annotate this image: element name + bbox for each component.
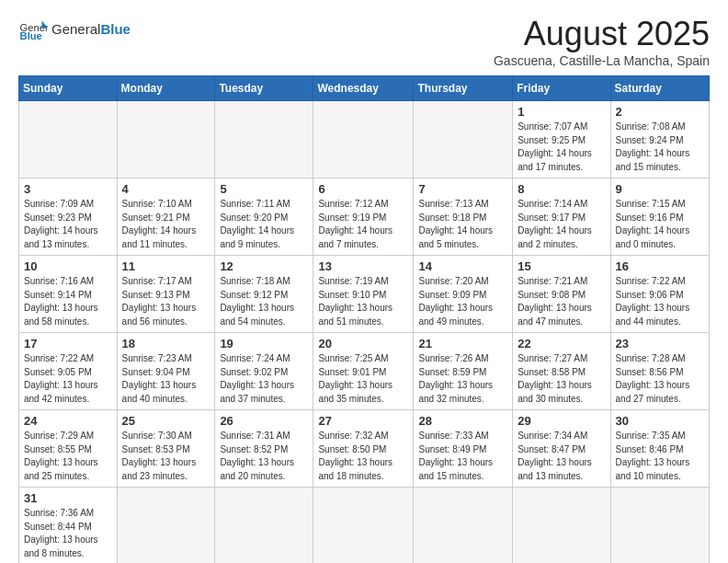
day-info: Sunrise: 7:36 AM Sunset: 8:44 PM Dayligh… xyxy=(24,507,112,560)
day-cell: 23Sunrise: 7:28 AM Sunset: 8:56 PM Dayli… xyxy=(610,333,709,410)
weekday-header-friday: Friday xyxy=(513,76,610,101)
day-cell: 15Sunrise: 7:21 AM Sunset: 9:08 PM Dayli… xyxy=(513,256,610,333)
weekday-header-tuesday: Tuesday xyxy=(215,76,313,101)
day-cell xyxy=(313,488,414,564)
day-cell: 20Sunrise: 7:25 AM Sunset: 9:01 PM Dayli… xyxy=(313,333,414,410)
day-info: Sunrise: 7:30 AM Sunset: 8:53 PM Dayligh… xyxy=(122,430,210,483)
weekday-header-row: SundayMondayTuesdayWednesdayThursdayFrid… xyxy=(19,76,710,101)
day-cell xyxy=(610,488,709,564)
day-number: 7 xyxy=(418,182,507,196)
day-info: Sunrise: 7:26 AM Sunset: 8:59 PM Dayligh… xyxy=(418,352,507,406)
weekday-header-wednesday: Wednesday xyxy=(313,76,414,101)
day-number: 1 xyxy=(518,105,605,119)
day-info: Sunrise: 7:07 AM Sunset: 9:25 PM Dayligh… xyxy=(518,121,605,174)
weekday-header-monday: Monday xyxy=(117,76,215,101)
day-info: Sunrise: 7:31 AM Sunset: 8:52 PM Dayligh… xyxy=(220,430,308,483)
day-info: Sunrise: 7:29 AM Sunset: 8:55 PM Dayligh… xyxy=(24,430,112,483)
day-cell xyxy=(117,101,215,178)
day-cell: 9Sunrise: 7:15 AM Sunset: 9:16 PM Daylig… xyxy=(610,178,709,256)
day-number: 12 xyxy=(220,259,308,273)
day-cell xyxy=(215,101,313,178)
day-cell: 6Sunrise: 7:12 AM Sunset: 9:19 PM Daylig… xyxy=(313,178,414,256)
day-cell: 8Sunrise: 7:14 AM Sunset: 9:17 PM Daylig… xyxy=(513,178,610,256)
day-cell xyxy=(414,488,513,564)
day-info: Sunrise: 7:32 AM Sunset: 8:50 PM Dayligh… xyxy=(318,430,408,483)
day-cell: 7Sunrise: 7:13 AM Sunset: 9:18 PM Daylig… xyxy=(414,178,513,256)
day-cell xyxy=(215,488,313,564)
day-cell: 4Sunrise: 7:10 AM Sunset: 9:21 PM Daylig… xyxy=(117,178,215,256)
day-number: 18 xyxy=(122,337,210,350)
day-number: 9 xyxy=(616,182,704,196)
logo-icon: General Blue xyxy=(18,15,48,44)
day-cell xyxy=(117,488,215,564)
day-info: Sunrise: 7:23 AM Sunset: 9:04 PM Dayligh… xyxy=(122,352,210,406)
day-cell: 18Sunrise: 7:23 AM Sunset: 9:04 PM Dayli… xyxy=(117,333,215,410)
day-number: 30 xyxy=(616,414,704,428)
day-cell xyxy=(313,101,414,178)
day-cell: 28Sunrise: 7:33 AM Sunset: 8:49 PM Dayli… xyxy=(414,410,513,488)
day-info: Sunrise: 7:35 AM Sunset: 8:46 PM Dayligh… xyxy=(616,430,704,483)
day-number: 28 xyxy=(418,414,507,428)
day-cell: 12Sunrise: 7:18 AM Sunset: 9:12 PM Dayli… xyxy=(215,256,313,333)
day-number: 17 xyxy=(24,337,112,350)
day-cell: 30Sunrise: 7:35 AM Sunset: 8:46 PM Dayli… xyxy=(610,410,709,488)
day-info: Sunrise: 7:25 AM Sunset: 9:01 PM Dayligh… xyxy=(318,352,408,406)
day-cell: 16Sunrise: 7:22 AM Sunset: 9:06 PM Dayli… xyxy=(610,256,709,333)
day-info: Sunrise: 7:24 AM Sunset: 9:02 PM Dayligh… xyxy=(220,352,308,406)
day-number: 15 xyxy=(518,259,605,273)
day-info: Sunrise: 7:10 AM Sunset: 9:21 PM Dayligh… xyxy=(122,198,210,251)
week-row-0: 1Sunrise: 7:07 AM Sunset: 9:25 PM Daylig… xyxy=(19,101,710,178)
week-row-3: 17Sunrise: 7:22 AM Sunset: 9:05 PM Dayli… xyxy=(19,333,710,410)
day-number: 6 xyxy=(318,182,408,196)
day-number: 27 xyxy=(318,414,408,428)
day-cell xyxy=(19,101,118,178)
day-info: Sunrise: 7:20 AM Sunset: 9:09 PM Dayligh… xyxy=(418,275,507,328)
day-info: Sunrise: 7:22 AM Sunset: 9:06 PM Dayligh… xyxy=(616,275,704,328)
day-info: Sunrise: 7:15 AM Sunset: 9:16 PM Dayligh… xyxy=(616,198,704,251)
day-number: 25 xyxy=(122,414,210,428)
day-info: Sunrise: 7:28 AM Sunset: 8:56 PM Dayligh… xyxy=(616,352,704,406)
day-cell: 10Sunrise: 7:16 AM Sunset: 9:14 PM Dayli… xyxy=(19,256,118,333)
calendar-table: SundayMondayTuesdayWednesdayThursdayFrid… xyxy=(18,75,710,563)
week-row-1: 3Sunrise: 7:09 AM Sunset: 9:23 PM Daylig… xyxy=(19,178,710,256)
day-cell: 29Sunrise: 7:34 AM Sunset: 8:47 PM Dayli… xyxy=(513,410,610,488)
week-row-2: 10Sunrise: 7:16 AM Sunset: 9:14 PM Dayli… xyxy=(19,256,710,333)
day-info: Sunrise: 7:16 AM Sunset: 9:14 PM Dayligh… xyxy=(24,275,112,328)
day-cell: 2Sunrise: 7:08 AM Sunset: 9:24 PM Daylig… xyxy=(610,101,709,178)
title-block: August 2025 Gascuena, Castille-La Mancha… xyxy=(494,15,710,68)
day-info: Sunrise: 7:22 AM Sunset: 9:05 PM Dayligh… xyxy=(24,352,112,406)
day-info: Sunrise: 7:33 AM Sunset: 8:49 PM Dayligh… xyxy=(418,430,507,483)
day-number: 4 xyxy=(122,182,210,196)
day-cell: 24Sunrise: 7:29 AM Sunset: 8:55 PM Dayli… xyxy=(19,410,118,488)
day-cell: 17Sunrise: 7:22 AM Sunset: 9:05 PM Dayli… xyxy=(19,333,118,410)
header: General Blue GeneralBlue August 2025 Gas… xyxy=(18,15,710,68)
day-info: Sunrise: 7:13 AM Sunset: 9:18 PM Dayligh… xyxy=(418,198,507,251)
week-row-5: 31Sunrise: 7:36 AM Sunset: 8:44 PM Dayli… xyxy=(19,488,710,564)
day-number: 21 xyxy=(418,337,507,350)
day-number: 29 xyxy=(518,414,605,428)
day-number: 19 xyxy=(220,337,308,350)
day-number: 24 xyxy=(24,414,112,428)
day-cell: 13Sunrise: 7:19 AM Sunset: 9:10 PM Dayli… xyxy=(313,256,414,333)
day-number: 16 xyxy=(616,259,704,273)
day-number: 11 xyxy=(122,259,210,273)
weekday-header-saturday: Saturday xyxy=(610,76,709,101)
day-number: 22 xyxy=(518,337,605,350)
day-number: 20 xyxy=(318,337,408,350)
day-cell: 26Sunrise: 7:31 AM Sunset: 8:52 PM Dayli… xyxy=(215,410,313,488)
day-info: Sunrise: 7:19 AM Sunset: 9:10 PM Dayligh… xyxy=(318,275,408,328)
weekday-header-sunday: Sunday xyxy=(19,76,118,101)
day-cell: 22Sunrise: 7:27 AM Sunset: 8:58 PM Dayli… xyxy=(513,333,610,410)
day-cell: 21Sunrise: 7:26 AM Sunset: 8:59 PM Dayli… xyxy=(414,333,513,410)
day-number: 3 xyxy=(24,182,112,196)
day-info: Sunrise: 7:14 AM Sunset: 9:17 PM Dayligh… xyxy=(518,198,605,251)
day-number: 23 xyxy=(616,337,704,350)
weekday-header-thursday: Thursday xyxy=(414,76,513,101)
day-number: 14 xyxy=(418,259,507,273)
day-cell: 27Sunrise: 7:32 AM Sunset: 8:50 PM Dayli… xyxy=(313,410,414,488)
day-cell xyxy=(513,488,610,564)
day-info: Sunrise: 7:11 AM Sunset: 9:20 PM Dayligh… xyxy=(220,198,308,251)
day-number: 31 xyxy=(24,491,112,505)
day-info: Sunrise: 7:09 AM Sunset: 9:23 PM Dayligh… xyxy=(24,198,112,251)
day-info: Sunrise: 7:34 AM Sunset: 8:47 PM Dayligh… xyxy=(518,430,605,483)
